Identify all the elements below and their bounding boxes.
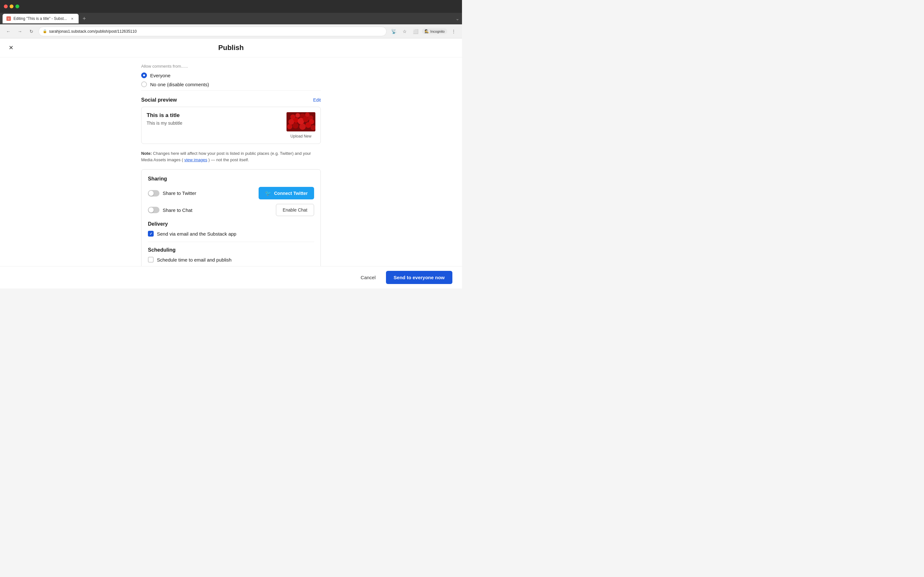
radio-group: Everyone No one (disable comments) bbox=[141, 73, 321, 87]
url-text: sarahjonas1.substack.com/publish/post/11… bbox=[49, 29, 137, 34]
bookmark-icon[interactable]: ☆ bbox=[400, 27, 409, 36]
browser-actions: 📡 ☆ ⬜ 🕵️ Incognito ⋮ bbox=[389, 27, 458, 36]
incognito-badge: 🕵️ Incognito bbox=[422, 29, 447, 34]
enable-chat-button[interactable]: Enable Chat bbox=[276, 204, 314, 216]
twitter-toggle[interactable] bbox=[148, 190, 160, 197]
options-card: Sharing Share to Twitter 🐦 Connect Twitt… bbox=[141, 169, 321, 266]
center-content: Allow comments from...... Everyone No on… bbox=[135, 57, 327, 266]
tab-favicon: S bbox=[6, 16, 11, 21]
tab-overflow-button[interactable]: ⌄ bbox=[456, 16, 459, 21]
edit-link[interactable]: Edit bbox=[313, 97, 321, 103]
comments-section: Allow comments from...... Everyone No on… bbox=[141, 57, 321, 91]
preview-post-title: This is a title bbox=[147, 112, 281, 119]
forward-button[interactable]: → bbox=[15, 27, 24, 36]
social-preview-title: Social preview bbox=[141, 97, 177, 103]
back-button[interactable]: ← bbox=[4, 27, 13, 36]
scheduling-title: Scheduling bbox=[148, 247, 314, 253]
no-one-label: No one (disable comments) bbox=[150, 82, 209, 87]
everyone-radio[interactable]: Everyone bbox=[141, 73, 321, 78]
address-bar-row: ← → ↻ 🔒 sarahjonas1.substack.com/publish… bbox=[0, 24, 462, 39]
incognito-label: Incognito bbox=[430, 29, 445, 33]
preview-image-area: Upload New bbox=[286, 112, 315, 139]
scheduling-section: Scheduling Schedule time to email and pu… bbox=[148, 242, 314, 263]
page-content: ✕ Publish Allow comments from...... Ever… bbox=[0, 39, 462, 288]
schedule-label: Schedule time to email and publish bbox=[157, 257, 232, 263]
close-window-button[interactable] bbox=[4, 5, 8, 8]
twitter-sharing-row: Share to Twitter 🐦 Connect Twitter bbox=[148, 187, 314, 199]
cancel-button[interactable]: Cancel bbox=[355, 271, 381, 284]
minimize-window-button[interactable] bbox=[10, 5, 13, 8]
tab-bar: S Editing "This is a title" - Subst... ✕… bbox=[0, 13, 462, 24]
svg-point-2 bbox=[296, 113, 300, 118]
maximize-window-button[interactable] bbox=[15, 5, 19, 8]
flower-svg bbox=[286, 112, 315, 131]
twitter-sharing-left: Share to Twitter bbox=[148, 190, 196, 197]
chat-toggle[interactable] bbox=[148, 207, 160, 213]
view-images-link[interactable]: view images bbox=[184, 157, 207, 162]
social-preview-header: Social preview Edit bbox=[141, 97, 321, 103]
svg-point-11 bbox=[287, 124, 292, 129]
bottom-bar: Cancel Send to everyone now bbox=[0, 266, 462, 288]
svg-point-9 bbox=[303, 116, 309, 122]
connect-twitter-button[interactable]: 🐦 Connect Twitter bbox=[258, 187, 314, 199]
menu-button[interactable]: ⋮ bbox=[449, 27, 458, 36]
sharing-title: Sharing bbox=[148, 176, 314, 182]
send-email-label: Send via email and the Substack app bbox=[157, 231, 236, 237]
no-one-radio[interactable]: No one (disable comments) bbox=[141, 81, 321, 87]
incognito-icon: 🕵️ bbox=[425, 29, 429, 33]
scheduling-checkbox-row: Schedule time to email and publish bbox=[148, 257, 314, 263]
social-preview-section: Social preview Edit This is a title This… bbox=[141, 97, 321, 144]
lock-icon: 🔒 bbox=[43, 29, 47, 33]
publish-title: Publish bbox=[218, 44, 244, 52]
svg-point-14 bbox=[305, 122, 311, 128]
svg-point-13 bbox=[299, 123, 306, 130]
note-suffix: ) — not the post itself. bbox=[208, 157, 249, 162]
preview-subtitle: This is my subtitle bbox=[147, 121, 281, 126]
publish-header: ✕ Publish bbox=[0, 39, 462, 57]
comments-section-label: Allow comments from...... bbox=[141, 64, 321, 69]
close-publish-button[interactable]: ✕ bbox=[6, 43, 15, 52]
address-bar[interactable]: 🔒 sarahjonas1.substack.com/publish/post/… bbox=[39, 27, 387, 36]
preview-image bbox=[286, 112, 315, 131]
send-everyone-button[interactable]: Send to everyone now bbox=[386, 271, 452, 284]
traffic-lights bbox=[4, 5, 19, 8]
delivery-section: Delivery Send via email and the Substack… bbox=[148, 221, 314, 237]
send-email-checkbox[interactable] bbox=[148, 231, 153, 237]
note-prefix: Note: bbox=[141, 151, 152, 156]
everyone-radio-input[interactable] bbox=[141, 73, 147, 78]
twitter-icon: 🐦 bbox=[265, 190, 271, 196]
note-text: Note: Changes here will affect how your … bbox=[141, 150, 321, 163]
svg-point-12 bbox=[292, 123, 298, 129]
no-one-radio-input[interactable] bbox=[141, 81, 147, 87]
twitter-toggle-label: Share to Twitter bbox=[163, 190, 196, 196]
everyone-label: Everyone bbox=[150, 73, 170, 78]
upload-new-button[interactable]: Upload New bbox=[290, 134, 311, 139]
connect-twitter-label: Connect Twitter bbox=[274, 191, 308, 196]
chat-toggle-label: Share to Chat bbox=[163, 207, 192, 213]
chat-sharing-row: Share to Chat Enable Chat bbox=[148, 204, 314, 216]
delivery-title: Delivery bbox=[148, 221, 314, 227]
preview-text-area: This is a title This is my subtitle bbox=[147, 112, 281, 126]
browser-chrome bbox=[0, 0, 462, 13]
schedule-checkbox[interactable] bbox=[148, 257, 153, 263]
new-tab-button[interactable]: + bbox=[80, 14, 89, 23]
extensions-icon[interactable]: ⬜ bbox=[411, 27, 420, 36]
tab-close-button[interactable]: ✕ bbox=[69, 16, 75, 21]
sharing-section: Sharing Share to Twitter 🐦 Connect Twitt… bbox=[148, 176, 314, 216]
preview-card: This is a title This is my subtitle bbox=[141, 107, 321, 144]
main-content: Allow comments from...... Everyone No on… bbox=[0, 57, 462, 266]
active-tab[interactable]: S Editing "This is a title" - Subst... ✕ bbox=[3, 14, 79, 23]
tab-title: Editing "This is a title" - Subst... bbox=[13, 16, 67, 21]
cast-icon[interactable]: 📡 bbox=[389, 27, 398, 36]
delivery-checkbox-row: Send via email and the Substack app bbox=[148, 231, 314, 237]
chat-sharing-left: Share to Chat bbox=[148, 207, 192, 213]
reload-button[interactable]: ↻ bbox=[27, 27, 36, 36]
